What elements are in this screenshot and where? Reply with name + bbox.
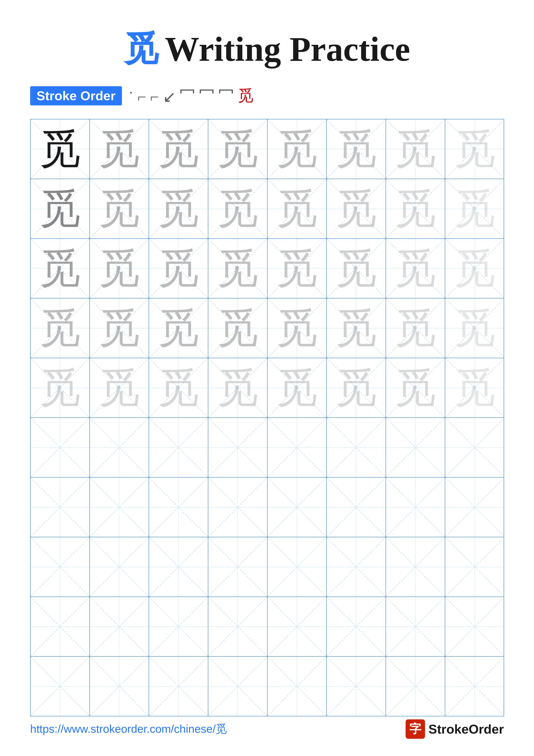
grid-cell[interactable]: 觅: [386, 179, 445, 238]
practice-char: 觅: [454, 129, 495, 170]
grid-cell[interactable]: [90, 418, 149, 477]
grid-cell[interactable]: 觅: [90, 120, 149, 179]
grid-cell[interactable]: 觅: [208, 120, 267, 179]
grid-cell[interactable]: 觅: [267, 120, 327, 179]
stroke-step-6: 冖: [199, 85, 215, 106]
practice-char: 觅: [276, 129, 317, 170]
grid-cell[interactable]: [327, 477, 386, 537]
grid-cell[interactable]: [445, 418, 504, 477]
grid-cell[interactable]: [208, 657, 267, 716]
grid-cell[interactable]: [386, 657, 445, 716]
grid-cell[interactable]: [149, 418, 208, 477]
practice-char: 觅: [99, 188, 140, 229]
grid-cell[interactable]: [149, 597, 208, 656]
grid-cell[interactable]: 觅: [386, 120, 445, 179]
grid-cell[interactable]: [267, 477, 327, 537]
grid-cell[interactable]: [90, 597, 149, 656]
practice-char: 觅: [99, 367, 140, 408]
grid-cell[interactable]: 觅: [31, 298, 90, 358]
grid-cell[interactable]: [208, 537, 267, 597]
grid-cell[interactable]: 觅: [445, 120, 504, 179]
grid-cell[interactable]: 觅: [327, 298, 386, 358]
grid-cell[interactable]: 觅: [386, 298, 445, 358]
grid-cell[interactable]: [31, 597, 90, 656]
practice-char: 觅: [217, 308, 258, 349]
grid-cell[interactable]: [445, 477, 504, 537]
grid-cell[interactable]: 觅: [267, 298, 327, 358]
grid-cell[interactable]: [31, 477, 90, 537]
grid-cell[interactable]: [386, 418, 445, 477]
grid-cell[interactable]: [149, 537, 208, 597]
grid-cell[interactable]: [90, 657, 149, 716]
practice-char: 觅: [217, 129, 258, 170]
grid-cell[interactable]: [445, 657, 504, 716]
grid-cell[interactable]: 觅: [31, 120, 90, 179]
grid-cell[interactable]: [267, 537, 327, 597]
stroke-step-4: ↙: [163, 88, 176, 106]
footer-url: https://www.strokeorder.com/chinese/觅: [30, 721, 227, 737]
grid-cell[interactable]: [208, 597, 267, 656]
grid-cell[interactable]: [327, 597, 386, 656]
grid-cell[interactable]: [90, 537, 149, 597]
grid-cell[interactable]: 觅: [90, 179, 149, 238]
practice-char: 觅: [336, 367, 376, 408]
grid-cell[interactable]: 觅: [149, 239, 208, 298]
grid-cell[interactable]: 觅: [149, 358, 208, 418]
practice-char: 觅: [158, 308, 199, 349]
grid-cell[interactable]: [31, 418, 90, 477]
grid-cell[interactable]: 觅: [445, 358, 504, 418]
footer-logo-icon: 字: [406, 719, 425, 739]
grid-cell[interactable]: [267, 597, 327, 656]
grid-cell[interactable]: [31, 657, 90, 716]
grid-cell[interactable]: [386, 537, 445, 597]
grid-cell[interactable]: [90, 477, 149, 537]
grid-cell[interactable]: 觅: [208, 358, 267, 418]
grid-cell[interactable]: [267, 418, 327, 477]
grid-cell[interactable]: 觅: [90, 239, 149, 298]
grid-cell[interactable]: [208, 418, 267, 477]
practice-char: 觅: [158, 248, 199, 289]
grid-cell[interactable]: 觅: [208, 239, 267, 298]
grid-cell[interactable]: [327, 418, 386, 477]
grid-cell[interactable]: [267, 657, 327, 716]
grid-cell[interactable]: 觅: [208, 298, 267, 358]
grid-cell[interactable]: 觅: [90, 298, 149, 358]
grid-cell[interactable]: 觅: [445, 239, 504, 298]
grid-cell[interactable]: 觅: [445, 179, 504, 238]
grid-cell[interactable]: 觅: [267, 358, 327, 418]
grid-cell[interactable]: [327, 657, 386, 716]
grid-cell[interactable]: 觅: [267, 179, 327, 238]
grid-row: 觅觅觅觅觅觅觅觅: [31, 358, 504, 418]
grid-cell[interactable]: [149, 657, 208, 716]
grid-cell[interactable]: 觅: [31, 239, 90, 298]
grid-cell[interactable]: 觅: [327, 120, 386, 179]
practice-char: 觅: [158, 367, 199, 408]
grid-cell[interactable]: 觅: [386, 239, 445, 298]
practice-char: 觅: [395, 188, 436, 229]
grid-cell[interactable]: 觅: [90, 358, 149, 418]
grid-cell[interactable]: 觅: [327, 239, 386, 298]
grid-cell[interactable]: 觅: [31, 358, 90, 418]
grid-cell[interactable]: [31, 537, 90, 597]
grid-row: 觅觅觅觅觅觅觅觅: [31, 239, 504, 298]
grid-cell[interactable]: [149, 477, 208, 537]
grid-cell[interactable]: [386, 597, 445, 656]
grid-cell[interactable]: [208, 477, 267, 537]
grid-cell[interactable]: 觅: [445, 298, 504, 358]
grid-cell[interactable]: 觅: [149, 298, 208, 358]
grid-cell[interactable]: [386, 477, 445, 537]
grid-cell[interactable]: 觅: [208, 179, 267, 238]
grid-cell[interactable]: 觅: [149, 179, 208, 238]
grid-cell[interactable]: 觅: [386, 358, 445, 418]
grid-cell[interactable]: 觅: [327, 179, 386, 238]
grid-cell[interactable]: 觅: [149, 120, 208, 179]
footer-logo-text: StrokeOrder: [428, 722, 504, 737]
practice-char: 觅: [39, 308, 80, 349]
grid-cell[interactable]: [445, 537, 504, 597]
grid-cell[interactable]: 觅: [31, 179, 90, 238]
grid-cell[interactable]: [445, 597, 504, 656]
grid-cell[interactable]: [327, 537, 386, 597]
practice-char: 觅: [39, 129, 80, 170]
grid-cell[interactable]: 觅: [267, 239, 327, 298]
grid-cell[interactable]: 觅: [327, 358, 386, 418]
